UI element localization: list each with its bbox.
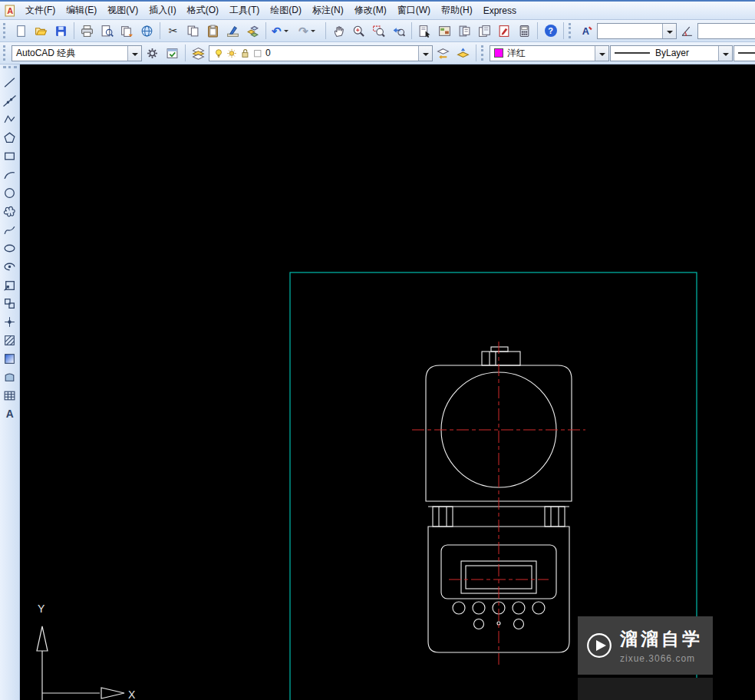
svg-text:A: A [582, 25, 589, 37]
menu-item-dimension[interactable]: 标注(N) [307, 1, 349, 20]
dim-style-icon[interactable] [678, 21, 697, 41]
copy-icon[interactable] [183, 21, 203, 41]
styles-toolbar-grip[interactable] [569, 23, 573, 38]
text-style-combo[interactable] [597, 23, 677, 39]
ellipse-arc-tool[interactable] [0, 257, 20, 276]
undo-button[interactable]: ↶ [269, 22, 295, 40]
paste-icon[interactable] [203, 21, 223, 41]
insert-block-tool[interactable] [0, 276, 20, 294]
zoom-realtime-icon[interactable] [349, 21, 368, 41]
ucs-icon: Y X [37, 603, 136, 700]
arc-tool[interactable] [0, 165, 20, 183]
layers-properties-toolbar: AutoCAD 经典 0 洋红 ByLayer [0, 42, 755, 64]
cut-icon[interactable]: ✂ [163, 21, 183, 41]
make-object-layer-current-icon[interactable] [453, 44, 473, 63]
line-tool[interactable] [0, 73, 20, 91]
my-workspace-icon[interactable] [163, 44, 182, 63]
drawing-canvas[interactable]: Y X 溜溜自学 zixue.3066.com [20, 64, 755, 700]
menu-item-file[interactable]: 文件(F) [20, 1, 61, 20]
multiline-text-tool[interactable]: A [0, 404, 20, 423]
layer-color-swatch-icon [252, 48, 263, 59]
toolbar-separator [74, 22, 74, 39]
watermark-title: 溜溜自学 [620, 627, 703, 651]
table-tool[interactable] [0, 386, 20, 404]
polygon-tool[interactable] [0, 128, 20, 147]
menu-item-view[interactable]: 视图(V) [102, 1, 143, 20]
color-dropdown-arrow [595, 46, 608, 61]
layer-properties-manager-icon[interactable] [189, 44, 208, 63]
autocad-app-icon[interactable]: A [3, 4, 17, 18]
toolbar-separator [537, 22, 538, 39]
sheet-set-manager-icon[interactable] [475, 21, 494, 41]
design-center-icon[interactable] [435, 21, 454, 41]
plot-preview-icon[interactable] [97, 21, 117, 41]
tool-palettes-icon[interactable] [455, 21, 474, 41]
menu-item-draw[interactable]: 绘图(D) [265, 1, 307, 20]
zoom-window-icon[interactable] [369, 21, 388, 41]
linetype-preview [615, 52, 650, 54]
toolbar-grip[interactable] [3, 23, 8, 38]
layer-combo[interactable]: 0 [209, 45, 433, 61]
menu-item-edit[interactable]: 编辑(E) [61, 1, 102, 20]
menu-item-window[interactable]: 窗口(W) [392, 1, 436, 20]
plot-icon[interactable] [77, 21, 97, 41]
redo-button[interactable]: ↷ [296, 22, 322, 40]
draw-toolbar-grip[interactable] [3, 66, 17, 71]
workspace-settings-icon[interactable] [143, 44, 162, 63]
pan-realtime-icon[interactable] [329, 21, 348, 41]
ellipse-tool[interactable] [0, 239, 20, 257]
color-combo[interactable]: 洋红 [490, 45, 609, 61]
circle-tool[interactable] [0, 183, 20, 202]
standard-toolbar: ✂ ↶ ↷ ? A [0, 20, 755, 42]
spline-tool[interactable] [0, 220, 20, 239]
menu-item-insert[interactable]: 插入(I) [143, 1, 181, 20]
menu-item-tools[interactable]: 工具(T) [224, 1, 265, 20]
watermark-strip [578, 678, 713, 700]
point-tool[interactable] [0, 312, 20, 331]
menu-item-modify[interactable]: 修改(M) [349, 1, 392, 20]
workspace-combo[interactable]: AutoCAD 经典 [12, 45, 142, 61]
layer-dropdown-arrow [418, 46, 432, 61]
lineweight-combo[interactable] [734, 45, 755, 61]
text-style-icon[interactable]: A [577, 21, 596, 41]
gradient-tool[interactable] [0, 349, 20, 368]
menu-bar: A 文件(F) 编辑(E) 视图(V) 插入(I) 格式(O) 工具(T) 绘图… [0, 2, 755, 20]
freeze-sun-icon [226, 48, 237, 59]
new-icon[interactable] [12, 21, 31, 41]
menu-item-express[interactable]: Express [478, 2, 522, 19]
help-icon[interactable]: ? [541, 21, 560, 41]
layer-previous-icon[interactable] [434, 44, 453, 63]
watermark-url: zixue.3066.com [620, 653, 703, 664]
3d-dwf-icon[interactable] [137, 21, 157, 41]
svg-text:A: A [7, 6, 13, 15]
hatch-tool[interactable] [0, 331, 20, 349]
linetype-combo[interactable]: ByLayer [610, 45, 733, 61]
open-icon[interactable] [31, 21, 51, 41]
block-editor-icon[interactable] [243, 21, 262, 41]
zoom-previous-icon[interactable] [389, 21, 408, 41]
color-value: 洋红 [507, 47, 526, 60]
markup-set-manager-icon[interactable] [495, 21, 514, 41]
construction-line-tool[interactable] [0, 91, 20, 110]
save-icon[interactable] [51, 21, 71, 41]
toolbar-separator [411, 22, 412, 39]
properties-toolbar-grip[interactable] [481, 45, 486, 61]
color-swatch [494, 48, 503, 58]
menu-item-help[interactable]: 帮助(H) [436, 1, 478, 20]
polyline-tool[interactable] [0, 110, 20, 128]
workspaces-toolbar-grip[interactable] [3, 45, 8, 61]
rectangle-tool[interactable] [0, 147, 20, 165]
quickcalc-icon[interactable] [515, 21, 534, 41]
revision-cloud-tool[interactable] [0, 202, 20, 220]
undo-dropdown-arrow [284, 30, 288, 35]
text-style-dropdown-arrow [662, 24, 676, 38]
region-tool[interactable] [0, 368, 20, 386]
match-properties-icon[interactable] [223, 21, 242, 41]
play-icon [586, 632, 612, 659]
properties-icon[interactable] [415, 21, 434, 41]
dim-style-combo[interactable] [697, 23, 755, 39]
make-block-tool[interactable] [0, 294, 20, 312]
menu-item-format[interactable]: 格式(O) [182, 1, 224, 20]
toolbar-separator [160, 22, 160, 39]
publish-icon[interactable] [117, 21, 137, 41]
